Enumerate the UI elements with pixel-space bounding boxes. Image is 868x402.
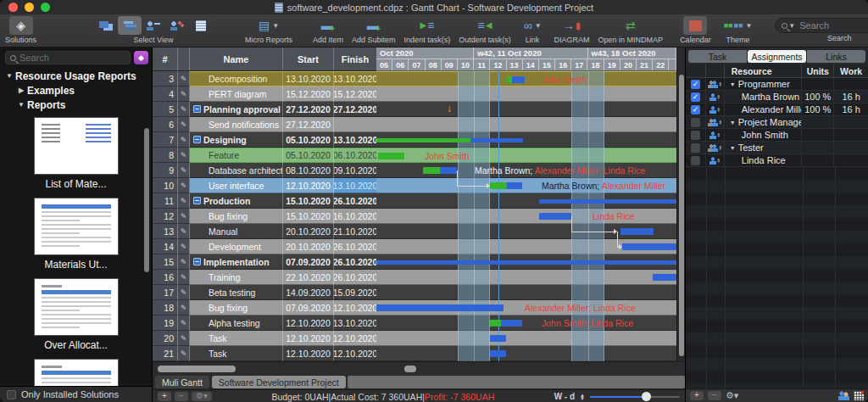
task-num-cell[interactable]: 3 <box>153 71 178 87</box>
gantt-bar[interactable] <box>376 304 504 311</box>
task-finish-cell[interactable]: 13.10.2020 <box>334 178 376 193</box>
indent-tasks-button[interactable]: ▶≡ <box>415 16 439 35</box>
zoom-button[interactable] <box>41 3 50 12</box>
timeline-row[interactable]: John Smith <box>376 71 676 87</box>
calendar-button[interactable] <box>683 16 707 35</box>
task-start-cell[interactable]: 05.10.2020 <box>283 148 334 163</box>
resource-checkbox[interactable]: ✓ <box>691 92 700 102</box>
task-edit-icon[interactable]: ✎ <box>178 270 190 285</box>
task-start-cell[interactable]: 08.10.2020 <box>283 163 334 178</box>
task-name-cell[interactable]: Bug fixing <box>190 300 283 315</box>
timeline-row[interactable] <box>376 87 676 102</box>
gantt-bar[interactable] <box>507 76 525 83</box>
task-edit-icon[interactable]: ✎ <box>178 117 190 132</box>
task-finish-cell[interactable]: 13.10.2020 <box>334 132 376 148</box>
task-edit-icon[interactable]: ✎ <box>178 148 190 163</box>
task-num-cell[interactable]: 15 <box>153 254 178 270</box>
toolbar-search-input[interactable] <box>799 20 868 31</box>
collapse-box-icon[interactable]: − <box>193 136 201 143</box>
sidebar-tree-item[interactable]: ▼Reports <box>0 98 152 112</box>
task-num-cell[interactable]: 11 <box>153 193 178 209</box>
task-num-cell[interactable]: 5 <box>153 102 178 117</box>
gantt-bar[interactable] <box>622 243 676 250</box>
resource-checkbox[interactable] <box>691 143 700 153</box>
document-tab[interactable]: Muli Gantt <box>155 376 209 388</box>
gantt-bar[interactable] <box>539 199 676 204</box>
task-num-cell[interactable]: 21 <box>153 346 178 361</box>
task-edit-icon[interactable]: ✎ <box>178 224 190 239</box>
task-start-cell[interactable]: 15.12.2020 <box>283 87 334 102</box>
task-num-cell[interactable]: 6 <box>153 117 178 132</box>
timeline-row[interactable]: Linda Rice <box>376 209 676 224</box>
task-start-cell[interactable]: 27.12.2020 <box>283 117 334 132</box>
task-finish-cell[interactable]: 26.10.2020 <box>334 193 376 209</box>
task-name-cell[interactable]: −Implementation <box>190 254 283 270</box>
resource-row[interactable]: ▲▼▼Tester <box>686 142 868 154</box>
toolbar-search-field[interactable]: ▼ <box>775 18 868 33</box>
task-name-cell[interactable]: PERT diagram <box>190 87 283 102</box>
task-edit-icon[interactable]: ✎ <box>178 102 190 117</box>
task-row[interactable]: 5✎−Planning approval27.12.202027.12.2020 <box>153 102 376 117</box>
gantt-bar[interactable] <box>423 167 457 174</box>
task-num-cell[interactable]: 13 <box>153 224 178 239</box>
timeline-row[interactable] <box>376 270 676 285</box>
sidebar-tree-item[interactable]: ▶Examples <box>0 83 152 98</box>
task-row[interactable]: 12✎Bug fixing15.10.202016.10.2020 <box>153 209 376 224</box>
task-row[interactable]: 10✎User interface12.10.202013.10.2020 <box>153 178 376 193</box>
task-start-cell[interactable]: 05.10.2020 <box>283 132 334 148</box>
group-collapse-arrow[interactable]: ▼ <box>730 81 736 87</box>
task-row[interactable]: 13✎Manual20.10.202021.10.2020 <box>153 224 376 239</box>
task-start-cell[interactable]: 12.10.2020 <box>283 346 334 361</box>
gantt-bar[interactable] <box>490 320 522 327</box>
timeline-row[interactable] <box>376 239 676 254</box>
task-row[interactable]: 9✎Database architecture08.10.202009.10.2… <box>153 163 376 178</box>
solutions-panel-icon[interactable]: ◆ <box>134 51 148 64</box>
document-tab[interactable]: Software Development Project <box>212 376 346 388</box>
task-start-cell[interactable]: 27.12.2020 <box>283 102 334 117</box>
gantt-bar[interactable] <box>490 182 522 189</box>
view-resource-button[interactable] <box>165 16 189 35</box>
timeline-row[interactable] <box>376 331 676 346</box>
gantt-bar[interactable] <box>378 153 404 159</box>
task-finish-cell[interactable] <box>334 117 376 132</box>
theme-button[interactable]: ■■■■▼ <box>720 16 757 35</box>
report-thumbnail[interactable]: Materials Ut... <box>0 198 152 271</box>
inspector-tab-assignments[interactable]: Assignments <box>748 50 806 63</box>
resource-row[interactable]: ▲▼▼Project Manager <box>686 116 868 129</box>
sidebar-search-field[interactable] <box>5 51 131 64</box>
timeline-row[interactable] <box>376 224 676 239</box>
task-row[interactable]: 20✎Task12.10.202012.10.2020 <box>153 331 376 346</box>
task-row[interactable]: 21✎Task12.10.202012.10.2020 <box>153 346 376 361</box>
task-finish-cell[interactable]: 27.12.2020 <box>334 102 376 117</box>
timeline-row[interactable] <box>376 346 676 361</box>
task-name-cell[interactable]: Decomposition <box>190 71 283 87</box>
task-num-cell[interactable]: 14 <box>153 239 178 254</box>
resource-row[interactable]: ▲▼John Smith <box>686 129 868 142</box>
timescale-stepper[interactable]: ▲▼ <box>580 394 585 400</box>
task-finish-cell[interactable]: 12.10.2020 <box>334 346 376 361</box>
diagram-button[interactable]: →▮ <box>559 16 585 35</box>
remove-resource-button[interactable]: − <box>708 391 721 400</box>
task-name-cell[interactable]: Database architecture <box>190 163 283 178</box>
gantt-bar[interactable] <box>490 350 506 357</box>
task-start-cell[interactable]: 14.09.2020 <box>283 285 334 300</box>
task-row[interactable]: 18✎Bug fixing07.09.202012.10.2020 <box>153 300 376 315</box>
task-start-cell[interactable]: 20.10.2020 <box>283 224 334 239</box>
solutions-button[interactable]: ◈ <box>9 16 33 35</box>
calendar-grid-icon[interactable] <box>854 391 864 400</box>
resource-row[interactable]: ▲▼Linda Rice <box>686 154 868 167</box>
timeline-row[interactable]: John Smith <box>376 148 676 163</box>
zoom-out-button[interactable]: − <box>175 392 188 401</box>
task-num-cell[interactable]: 20 <box>153 331 178 346</box>
timeline-row[interactable] <box>376 254 676 270</box>
task-finish-cell[interactable]: 15.09.2020 <box>334 285 376 300</box>
timeline-row[interactable] <box>376 117 676 132</box>
close-button[interactable] <box>8 3 18 12</box>
sidebar-scrollbar-thumb[interactable] <box>144 128 149 272</box>
task-row[interactable]: 19✎Alpha testing12.10.202013.10.2020 <box>153 315 376 331</box>
report-thumbnail[interactable]: Over Allocat... <box>0 359 152 386</box>
link-button[interactable]: ∞▼ <box>520 16 546 35</box>
task-finish-cell[interactable]: 15.12.2020 <box>334 87 376 102</box>
task-num-cell[interactable]: 17 <box>153 285 178 300</box>
report-thumbnail[interactable]: Over Allocat... <box>0 278 152 351</box>
